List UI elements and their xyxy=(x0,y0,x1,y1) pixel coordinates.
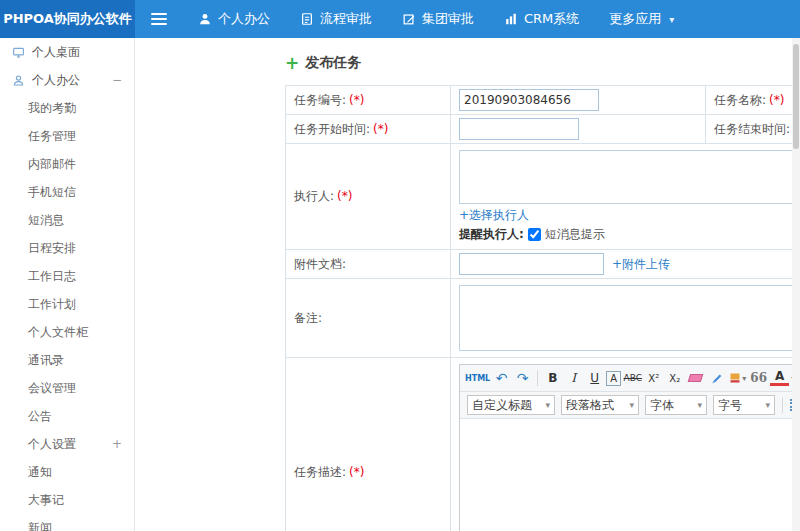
scrollbar-thumb[interactable] xyxy=(793,44,799,149)
row-description: 任务描述:(*) HTML ↶ ↷ B I U A ABC X² X₂ xyxy=(286,358,800,531)
sidebar-item-announcement[interactable]: 公告 xyxy=(0,402,134,430)
page-title: + 发布任务 xyxy=(285,54,800,72)
vertical-scrollbar[interactable] xyxy=(792,38,800,531)
sidebar-item-meeting[interactable]: 会议管理 xyxy=(0,374,134,402)
fill-color-button[interactable]: ▾ xyxy=(728,368,747,388)
nav-label: 个人办公 xyxy=(218,10,270,28)
nav-personal-office[interactable]: 个人办公 xyxy=(183,0,285,38)
attachment-label: 附件文档: xyxy=(286,250,451,279)
sidebar-item-work-plan[interactable]: 工作计划 xyxy=(0,290,134,318)
sidebar-item-schedule[interactable]: 日程安排 xyxy=(0,234,134,262)
expand-icon[interactable]: + xyxy=(112,430,122,458)
collapse-icon[interactable]: − xyxy=(112,66,122,94)
editor-toolbar-row1: HTML ↶ ↷ B I U A ABC X² X₂ xyxy=(460,365,800,392)
main-nav: 个人办公 流程审批 集团审批 CRM系统 更多应用 ▾ xyxy=(183,0,689,38)
attachment-input[interactable] xyxy=(459,253,604,275)
task-name-label: 任务名称:(*) xyxy=(706,86,800,115)
remark-textarea[interactable] xyxy=(459,285,797,351)
blockquote-button[interactable]: 66 xyxy=(749,368,768,388)
sidebar-item-news[interactable]: 新闻 xyxy=(0,514,134,531)
sidebar-group-personal-settings[interactable]: 个人设置 + xyxy=(0,430,134,458)
bold-button[interactable]: B xyxy=(543,368,562,388)
attachment-upload-link[interactable]: +附件上传 xyxy=(612,256,670,273)
underline-button[interactable]: U xyxy=(585,368,604,388)
nav-more-apps[interactable]: 更多应用 ▾ xyxy=(594,0,689,38)
custom-title-select[interactable]: 自定义标题▾ xyxy=(467,395,555,415)
desktop-icon xyxy=(12,46,25,59)
font-size-select[interactable]: 字号▾ xyxy=(713,395,775,415)
editor-toolbar-row2: 自定义标题▾ 段落格式▾ 字体▾ 字号▾ xyxy=(460,392,800,419)
remark-label: 备注: xyxy=(286,279,451,358)
start-time-label: 任务开始时间:(*) xyxy=(286,115,451,144)
nav-label: 更多应用 xyxy=(609,10,661,28)
undo-button[interactable]: ↶ xyxy=(492,368,511,388)
sms-remind-label: 短消息提示 xyxy=(545,226,605,243)
start-time-input[interactable] xyxy=(459,118,579,140)
sidebar-item-internal-mail[interactable]: 内部邮件 xyxy=(0,150,134,178)
sidebar-item-events[interactable]: 大事记 xyxy=(0,486,134,514)
caret-down-icon: ▾ xyxy=(669,14,674,25)
end-time-label: 任务结束时间:(*) xyxy=(706,115,800,144)
caret-down-icon: ▾ xyxy=(697,400,702,410)
sidebar-item-attendance[interactable]: 我的考勤 xyxy=(0,94,134,122)
html-source-button[interactable]: HTML xyxy=(465,368,490,388)
group-approval-icon xyxy=(402,12,416,26)
row-attachment: 附件文档: +附件上传 xyxy=(286,250,800,279)
redo-button[interactable]: ↷ xyxy=(513,368,532,388)
add-icon: + xyxy=(285,55,299,72)
sidebar-group-personal-office[interactable]: 个人办公 − xyxy=(0,66,134,94)
nav-label: CRM系统 xyxy=(524,10,579,28)
rich-text-editor: HTML ↶ ↷ B I U A ABC X² X₂ xyxy=(459,364,800,531)
row-remark: 备注: xyxy=(286,279,800,358)
sidebar-item-short-message[interactable]: 短消息 xyxy=(0,206,134,234)
toolbar-separator xyxy=(537,370,538,386)
caret-down-icon: ▾ xyxy=(545,400,550,410)
subscript-button[interactable]: X₂ xyxy=(665,368,684,388)
nav-label: 集团审批 xyxy=(422,10,474,28)
page-title-text: 发布任务 xyxy=(305,54,361,72)
description-editor-area[interactable] xyxy=(460,419,800,531)
brush-icon xyxy=(710,372,723,385)
caret-down-icon: ▾ xyxy=(742,374,746,383)
paragraph-format-select[interactable]: 段落格式▾ xyxy=(561,395,639,415)
sidebar-item-task-management[interactable]: 任务管理 xyxy=(0,122,134,150)
font-style-button[interactable]: A xyxy=(606,371,621,386)
sidebar-item-file-cabinet[interactable]: 个人文件柜 xyxy=(0,318,134,346)
nav-crm-system[interactable]: CRM系统 xyxy=(489,0,594,38)
description-label: 任务描述:(*) xyxy=(286,358,451,531)
row-executor: 执行人:(*) +选择执行人 提醒执行人: 短消息提示 xyxy=(286,144,800,250)
font-color-button[interactable]: A xyxy=(770,370,789,386)
choose-executor-link[interactable]: +选择执行人 xyxy=(459,207,529,224)
main-content: + 发布任务 任务编号:(*) 任务名称:(*) 任务开始时间:(*) 任务结束… xyxy=(135,38,800,531)
caret-down-icon: ▾ xyxy=(765,400,770,410)
sidebar-item-work-log[interactable]: 工作日志 xyxy=(0,262,134,290)
menu-toggle-icon[interactable] xyxy=(135,0,183,38)
nav-flow-approval[interactable]: 流程审批 xyxy=(285,0,387,38)
eraser-icon xyxy=(688,374,704,382)
sms-remind-checkbox[interactable] xyxy=(528,228,541,241)
sidebar-item-notice[interactable]: 通知 xyxy=(0,458,134,486)
executor-textarea[interactable] xyxy=(459,150,797,204)
format-brush-button[interactable] xyxy=(707,368,726,388)
remind-executor-label: 提醒执行人: xyxy=(459,226,524,243)
row-task-time: 任务开始时间:(*) 任务结束时间:(*) xyxy=(286,115,800,144)
palette-icon xyxy=(729,372,741,384)
strikethrough-button[interactable]: ABC xyxy=(623,368,642,388)
superscript-button[interactable]: X² xyxy=(644,368,663,388)
sidebar-item-sms[interactable]: 手机短信 xyxy=(0,178,134,206)
task-no-input[interactable] xyxy=(459,89,599,111)
task-form-table: 任务编号:(*) 任务名称:(*) 任务开始时间:(*) 任务结束时间:(*) … xyxy=(285,85,800,531)
executor-label: 执行人:(*) xyxy=(286,144,451,250)
nav-label: 流程审批 xyxy=(320,10,372,28)
sidebar-item-desktop[interactable]: 个人桌面 xyxy=(0,38,134,66)
user-icon xyxy=(198,12,212,26)
italic-button[interactable]: I xyxy=(564,368,583,388)
flow-approval-icon xyxy=(300,12,314,26)
eraser-button[interactable] xyxy=(686,368,705,388)
app-logo: PHPOA协同办公软件 xyxy=(0,0,135,38)
task-no-label: 任务编号:(*) xyxy=(286,86,451,115)
nav-group-approval[interactable]: 集团审批 xyxy=(387,0,489,38)
bar-chart-icon xyxy=(504,12,518,26)
font-family-select[interactable]: 字体▾ xyxy=(645,395,707,415)
sidebar-item-contacts[interactable]: 通讯录 xyxy=(0,346,134,374)
